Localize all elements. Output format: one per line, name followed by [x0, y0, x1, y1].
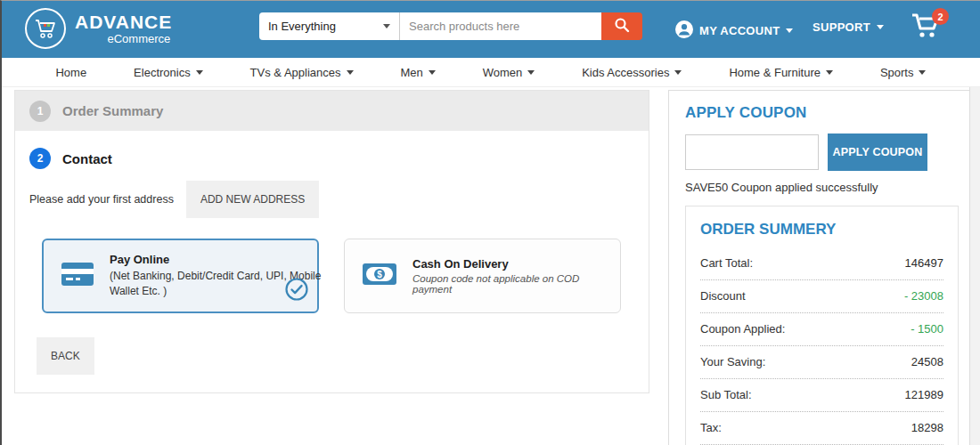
search-category-value: In Everything — [268, 20, 336, 33]
nav-item-home[interactable]: Home — [55, 66, 86, 79]
summary-value: - 1500 — [911, 322, 943, 336]
cod-text: Cash On Delivery Coupon code not applica… — [412, 257, 620, 295]
support-menu[interactable]: SUPPORT — [813, 20, 884, 34]
search-icon — [614, 17, 630, 36]
step-contact: 2 Contact — [15, 131, 649, 169]
summary-label: Coupon Applied: — [700, 322, 785, 336]
nav-label: Home — [55, 66, 86, 79]
cod-title: Cash On Delivery — [412, 257, 620, 271]
summary-row-tax: Tax: 18298 — [700, 412, 943, 445]
add-new-address-button[interactable]: ADD NEW ADDRESS — [186, 181, 319, 218]
search-button[interactable] — [601, 12, 642, 40]
step-number-badge: 1 — [29, 101, 51, 122]
summary-row-your-saving: Your Saving: 24508 — [700, 346, 943, 379]
summary-value: - 23008 — [904, 289, 943, 303]
summary-label: Sub Total: — [700, 388, 752, 401]
search-category-select[interactable]: In Everything — [259, 12, 400, 40]
chevron-down-icon — [826, 70, 833, 78]
chevron-down-icon — [347, 70, 354, 78]
chevron-down-icon — [919, 70, 926, 78]
address-prompt: Please add your first address — [29, 193, 174, 206]
nav-label: TVs & Appliances — [250, 66, 341, 79]
main-navigation: Home Electronics TVs & Appliances Men Wo… — [2, 58, 980, 87]
svg-text:$: $ — [377, 270, 382, 279]
summary-row-sub-total: Sub Total: 121989 — [700, 379, 943, 412]
my-account-menu[interactable]: MY ACCOUNT — [675, 20, 793, 41]
banknote-icon: $ — [363, 263, 396, 288]
cod-note: Coupon code not applicable on COD paymen… — [412, 273, 620, 295]
logo[interactable]: ADVANCE eCommerce — [25, 8, 172, 49]
logo-subtitle: eCommerce — [75, 32, 172, 45]
cart-count-badge: 2 — [932, 8, 949, 25]
nav-label: Home & Furniture — [729, 66, 821, 79]
nav-item-sports[interactable]: Sports — [880, 66, 927, 79]
summary-row-coupon-applied: Coupon Applied: - 1500 — [700, 313, 943, 346]
logo-text: ADVANCE eCommerce — [75, 12, 172, 45]
payment-options: Pay Online (Net Banking, Debit/Credit Ca… — [42, 239, 649, 313]
page-right-gutter — [969, 87, 980, 445]
app-window: ADVANCE eCommerce In Everything — [0, 0, 980, 445]
nav-label: Men — [400, 66, 422, 79]
payment-option-cod[interactable]: $ Cash On Delivery Coupon code not appli… — [344, 239, 621, 313]
nav-item-electronics[interactable]: Electronics — [134, 66, 203, 79]
back-button[interactable]: BACK — [37, 337, 94, 375]
summary-row-discount: Discount - 23008 — [700, 280, 943, 313]
order-summary-box: ORDER SUMMERY Cart Total: 146497 Discoun… — [685, 206, 959, 445]
step-order-summary[interactable]: 1 Order Summary — [15, 91, 649, 131]
pay-online-title: Pay Online — [110, 253, 322, 266]
coupon-input[interactable] — [685, 134, 819, 170]
search-input[interactable] — [400, 12, 601, 40]
logo-title: ADVANCE — [75, 12, 172, 32]
logo-cart-icon — [25, 8, 66, 49]
chevron-down-icon — [429, 70, 436, 78]
support-label: SUPPORT — [813, 20, 870, 34]
nav-label: Sports — [880, 66, 914, 79]
step-label: Order Summary — [62, 103, 163, 118]
order-sidebar: APPLY COUPON APPLY COUPON SAVE50 Coupon … — [668, 90, 969, 445]
summary-label: Discount — [700, 289, 746, 303]
summary-value: 24508 — [911, 355, 943, 368]
chevron-down-icon — [877, 25, 884, 33]
selected-check-icon — [284, 277, 309, 305]
nav-item-home-furniture[interactable]: Home & Furniture — [729, 66, 833, 79]
nav-item-tvs-appliances[interactable]: TVs & Appliances — [250, 66, 354, 79]
chevron-down-icon — [383, 24, 390, 32]
summary-label: Your Saving: — [700, 355, 765, 368]
summary-value: 121989 — [905, 388, 943, 401]
user-icon — [675, 20, 693, 41]
order-summary-heading: ORDER SUMMERY — [700, 217, 943, 247]
summary-value: 146497 — [905, 256, 943, 270]
nav-label: Women — [483, 66, 523, 79]
coupon-row: APPLY COUPON — [685, 134, 953, 171]
search-bar: In Everything — [259, 12, 642, 40]
summary-value: 18298 — [911, 421, 943, 434]
nav-item-women[interactable]: Women — [483, 66, 535, 79]
nav-item-kids-accessories[interactable]: Kids Accessories — [582, 66, 682, 79]
chevron-down-icon — [196, 70, 203, 78]
chevron-down-icon — [786, 28, 793, 36]
credit-card-icon — [61, 263, 94, 289]
step-label: Contact — [62, 151, 112, 166]
top-header: ADVANCE eCommerce In Everything — [2, 1, 980, 58]
address-row: Please add your first address ADD NEW AD… — [29, 181, 649, 218]
chevron-down-icon — [674, 70, 682, 78]
apply-coupon-heading: APPLY COUPON — [685, 104, 953, 122]
summary-label: Tax: — [700, 421, 722, 434]
summary-row-cart-total: Cart Total: 146497 — [700, 247, 943, 280]
coupon-status-message: SAVE50 Coupon applied successfully — [685, 181, 953, 194]
summary-label: Cart Total: — [700, 256, 753, 270]
nav-label: Electronics — [134, 66, 191, 79]
step-number-badge: 2 — [29, 148, 51, 169]
checkout-panel: 1 Order Summary 2 Contact Please add you… — [14, 90, 649, 393]
chevron-down-icon — [527, 70, 535, 78]
apply-coupon-button[interactable]: APPLY COUPON — [828, 134, 927, 171]
nav-item-men[interactable]: Men — [400, 66, 435, 79]
cart-icon — [911, 28, 941, 43]
payment-option-pay-online[interactable]: Pay Online (Net Banking, Debit/Credit Ca… — [42, 239, 319, 313]
my-account-label: MY ACCOUNT — [699, 24, 780, 37]
cart-button[interactable]: 2 — [911, 12, 941, 44]
nav-label: Kids Accessories — [582, 66, 669, 79]
content-area: 1 Order Summary 2 Contact Please add you… — [2, 87, 980, 445]
